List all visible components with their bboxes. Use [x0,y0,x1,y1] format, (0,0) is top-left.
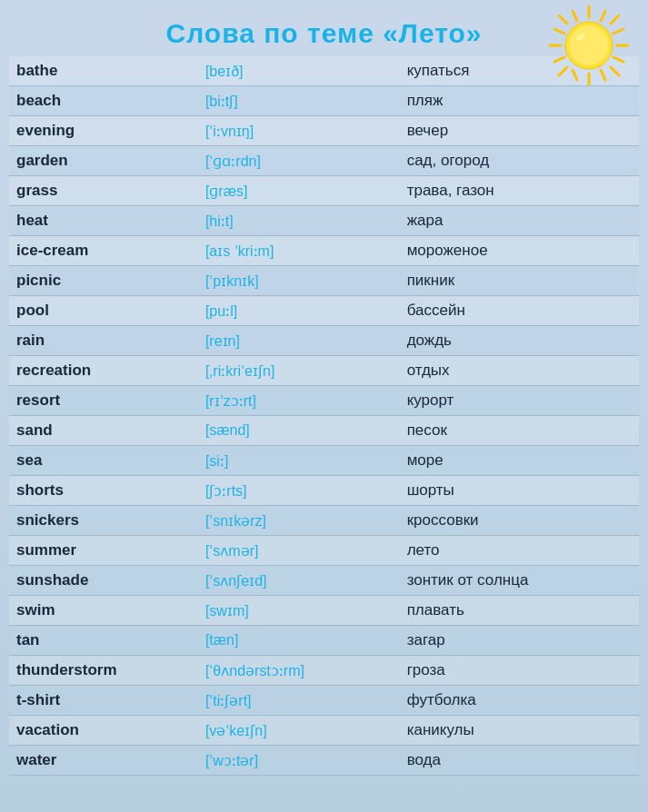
table-row: heat[hiːt]жара [9,206,639,236]
transcription-cell: [swɪm] [198,596,400,626]
table-row: bathe[beɪð]купаться [9,56,639,86]
word-cell: beach [9,86,198,116]
title-area: Слова по теме «Лето» [0,9,648,56]
word-cell: pool [9,296,198,326]
transcription-cell: [ˈtiːʃərt] [198,686,400,716]
table-row: garden[ˈɡɑːrdn]сад, огород [9,146,639,176]
svg-line-10 [554,57,564,62]
table-row: ice-cream[aɪs ˈkriːm]мороженое [9,236,639,266]
translation-cell: загар [400,626,639,656]
word-cell: water [9,746,198,776]
table-row: resort[rɪˈzɔːrt]курорт [9,386,639,416]
svg-line-5 [611,67,619,75]
translation-cell: отдых [400,356,639,386]
word-cell: summer [9,536,198,566]
svg-line-9 [613,57,623,62]
table-row: shorts[ʃɔːrts]шорты [9,476,639,506]
transcription-cell: [ɡræs] [198,176,400,206]
translation-cell: море [400,446,639,476]
svg-line-15 [573,70,577,80]
transcription-cell: [ˈiːvnɪŋ] [198,116,400,146]
transcription-cell: [beɪð] [198,56,400,86]
svg-line-4 [559,15,567,24]
translation-cell: каникулы [400,716,639,746]
word-cell: recreation [9,356,198,386]
translation-cell: курорт [400,386,639,416]
transcription-cell: [biːtʃ] [198,86,400,116]
word-cell: garden [9,146,198,176]
transcription-cell: [ˈpɪknɪk] [198,266,400,296]
translation-cell: футболка [400,686,639,716]
translation-cell: вода [400,746,639,776]
translation-cell: кроссовки [400,506,639,536]
svg-line-7 [559,67,567,75]
word-cell: t-shirt [9,686,198,716]
transcription-cell: [ʃɔːrts] [198,476,400,506]
table-row: sand[sænd]песок [9,416,639,446]
translation-cell: шорты [400,476,639,506]
transcription-cell: [siː] [198,446,400,476]
word-cell: sand [9,416,198,446]
translation-cell: песок [400,416,639,446]
table-row: t-shirt[ˈtiːʃərt]футболка [9,686,639,716]
svg-line-8 [554,29,564,34]
table-row: rain[reɪn]дождь [9,326,639,356]
translation-cell: зонтик от солнца [400,566,639,596]
translation-cell: сад, огород [400,146,639,176]
svg-line-12 [573,11,577,21]
translation-cell: мороженое [400,236,639,266]
word-cell: picnic [9,266,198,296]
svg-line-14 [601,11,605,21]
table-row: evening[ˈiːvnɪŋ]вечер [9,116,639,146]
table-row: thunderstorm[ˈθʌndərstɔːrm]гроза [9,656,639,686]
word-cell: tan [9,626,198,656]
word-cell: sunshade [9,566,198,596]
table-row: sea[siː]море [9,446,639,476]
table-row: recreation[ˌriːkriˈeɪʃn]отдых [9,356,639,386]
transcription-cell: [tæn] [198,626,400,656]
table-row: picnic[ˈpɪknɪk]пикник [9,266,639,296]
transcription-cell: [vəˈkeɪʃn] [198,716,400,746]
translation-cell: жара [400,206,639,236]
word-cell: thunderstorm [9,656,198,686]
translation-cell: дождь [400,326,639,356]
sun-illustration [548,5,630,86]
translation-cell: бассейн [400,296,639,326]
page-title: Слова по теме «Лето» [165,18,482,48]
word-cell: vacation [9,716,198,746]
table-row: grass[ɡræs]трава, газон [9,176,639,206]
word-cell: bathe [9,56,198,86]
word-cell: rain [9,326,198,356]
table-row: snickers[ˈsnɪkərz]кроссовки [9,506,639,536]
word-cell: resort [9,386,198,416]
page: Слова по теме «Лето» [0,0,648,812]
table-row: water[ˈwɔːtər]вода [9,746,639,776]
svg-line-11 [613,29,623,34]
transcription-cell: [ˈsʌmər] [198,536,400,566]
transcription-cell: [aɪs ˈkriːm] [198,236,400,266]
svg-line-13 [601,70,605,80]
word-cell: ice-cream [9,236,198,266]
translation-cell: лето [400,536,639,566]
transcription-cell: [reɪn] [198,326,400,356]
table-row: summer[ˈsʌmər]лето [9,536,639,566]
transcription-cell: [rɪˈzɔːrt] [198,386,400,416]
table-row: swim[swɪm]плавать [9,596,639,626]
svg-line-6 [611,15,619,24]
transcription-cell: [ˈsʌnʃeɪd] [198,566,400,596]
word-cell: shorts [9,476,198,506]
translation-cell: вечер [400,116,639,146]
translation-cell: пикник [400,266,639,296]
transcription-cell: [ˈθʌndərstɔːrm] [198,656,400,686]
transcription-cell: [ˈwɔːtər] [198,746,400,776]
table-row: pool[puːl]бассейн [9,296,639,326]
transcription-cell: [ˈɡɑːrdn] [198,146,400,176]
transcription-cell: [sænd] [198,416,400,446]
table-area: bathe[beɪð]купатьсяbeach[biːtʃ]пляжeveni… [0,56,648,776]
transcription-cell: [puːl] [198,296,400,326]
word-cell: grass [9,176,198,206]
table-row: sunshade[ˈsʌnʃeɪd]зонтик от солнца [9,566,639,596]
word-cell: sea [9,446,198,476]
transcription-cell: [ˈsnɪkərz] [198,506,400,536]
translation-cell: гроза [400,656,639,686]
